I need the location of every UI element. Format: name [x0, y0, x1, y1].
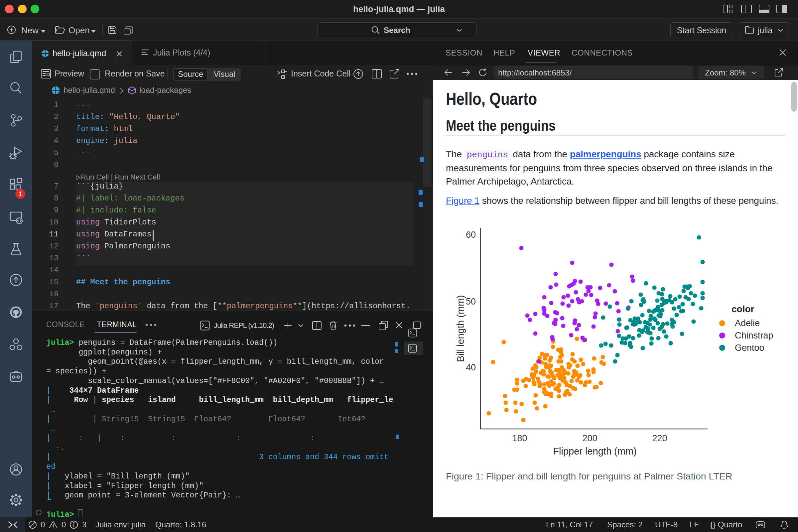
svg-text:180: 180 [512, 433, 527, 443]
svg-text:Flipper length (mm): Flipper length (mm) [553, 446, 636, 457]
svg-text:220: 220 [652, 433, 667, 443]
svg-text:40: 40 [466, 362, 476, 373]
svg-text:60: 60 [466, 230, 476, 240]
svg-text:Adelie: Adelie [735, 318, 760, 328]
svg-text:Bill length (mm): Bill length (mm) [455, 295, 466, 362]
svg-text:200: 200 [582, 433, 597, 443]
svg-text:Chinstrap: Chinstrap [735, 330, 773, 341]
svg-text:color: color [732, 304, 755, 314]
svg-text:50: 50 [466, 297, 476, 307]
svg-text:Gentoo: Gentoo [735, 343, 764, 353]
svg-text:1: 1 [18, 190, 22, 197]
